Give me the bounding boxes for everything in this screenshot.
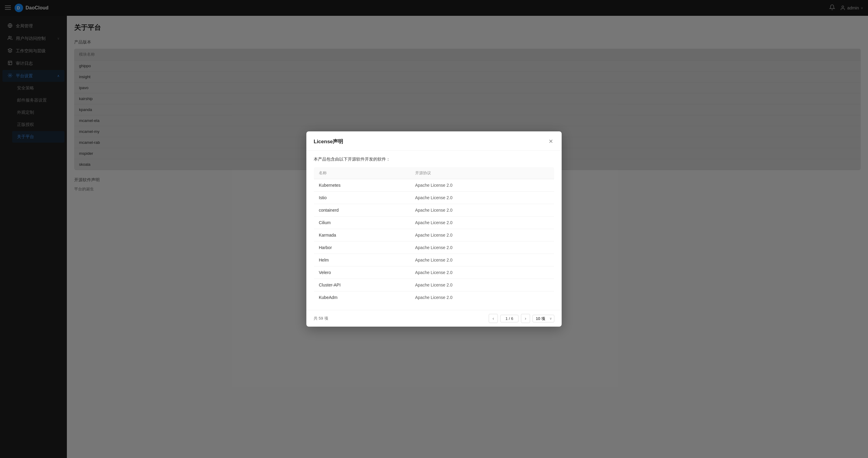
license-type-cell: Apache License 2.0 [410, 179, 554, 192]
table-row: KubernetesApache License 2.0 [314, 179, 554, 192]
license-name-cell: Helm [314, 254, 410, 266]
license-name-cell: KubeAdm [314, 291, 410, 304]
page-size-select-wrap: 10 项20 项50 项 [532, 315, 554, 322]
col-license-header: 开源协议 [410, 167, 554, 179]
license-type-cell: Apache License 2.0 [410, 266, 554, 279]
pagination-controls: ‹ 1 / 6 › 10 项20 项50 项 [489, 314, 554, 323]
pagination-page-display: 1 / 6 [500, 315, 519, 322]
license-name-cell: Karmada [314, 229, 410, 241]
table-row: VeleroApache License 2.0 [314, 266, 554, 279]
dialog-title: License声明 [314, 138, 343, 145]
license-table: 名称 开源协议 KubernetesApache License 2.0Isti… [314, 167, 554, 304]
page-total: 6 [511, 316, 513, 321]
license-name-cell: Kubernetes [314, 179, 410, 192]
table-row: HelmApache License 2.0 [314, 254, 554, 266]
license-type-cell: Apache License 2.0 [410, 217, 554, 229]
dialog-body: 本产品包含由以下开源软件开发的软件： 名称 开源协议 KubernetesApa… [306, 150, 562, 310]
license-dialog: License声明 ✕ 本产品包含由以下开源软件开发的软件： 名称 开源协议 K… [306, 132, 562, 326]
license-type-cell: Apache License 2.0 [410, 291, 554, 304]
dialog-close-button[interactable]: ✕ [547, 138, 554, 145]
dialog-header: License声明 ✕ [306, 132, 562, 150]
col-name-header: 名称 [314, 167, 410, 179]
license-type-cell: Apache License 2.0 [410, 279, 554, 291]
license-name-cell: Cluster-API [314, 279, 410, 291]
license-name-cell: Velero [314, 266, 410, 279]
license-table-header: 名称 开源协议 [314, 167, 554, 179]
dialog-overlay: License声明 ✕ 本产品包含由以下开源软件开发的软件： 名称 开源协议 K… [0, 0, 868, 458]
page-current: 1 [505, 316, 507, 321]
pagination-next-button[interactable]: › [521, 314, 530, 323]
license-type-cell: Apache License 2.0 [410, 204, 554, 217]
pagination-total: 共 59 项 [314, 316, 328, 321]
license-type-cell: Apache License 2.0 [410, 229, 554, 241]
license-name-cell: containerd [314, 204, 410, 217]
table-row: KarmadaApache License 2.0 [314, 229, 554, 241]
license-name-cell: Harbor [314, 241, 410, 254]
dialog-description: 本产品包含由以下开源软件开发的软件： [314, 156, 554, 162]
license-type-cell: Apache License 2.0 [410, 254, 554, 266]
table-row: KubeAdmApache License 2.0 [314, 291, 554, 304]
table-row: containerdApache License 2.0 [314, 204, 554, 217]
dialog-footer: 共 59 项 ‹ 1 / 6 › 10 项20 项50 项 [306, 310, 562, 326]
page-size-select[interactable]: 10 项20 项50 项 [532, 315, 554, 322]
table-row: HarborApache License 2.0 [314, 241, 554, 254]
table-row: IstioApache License 2.0 [314, 192, 554, 204]
license-name-cell: Cilium [314, 217, 410, 229]
table-row: CiliumApache License 2.0 [314, 217, 554, 229]
license-type-cell: Apache License 2.0 [410, 192, 554, 204]
license-type-cell: Apache License 2.0 [410, 241, 554, 254]
pagination-prev-button[interactable]: ‹ [489, 314, 498, 323]
table-row: Cluster-APIApache License 2.0 [314, 279, 554, 291]
license-name-cell: Istio [314, 192, 410, 204]
